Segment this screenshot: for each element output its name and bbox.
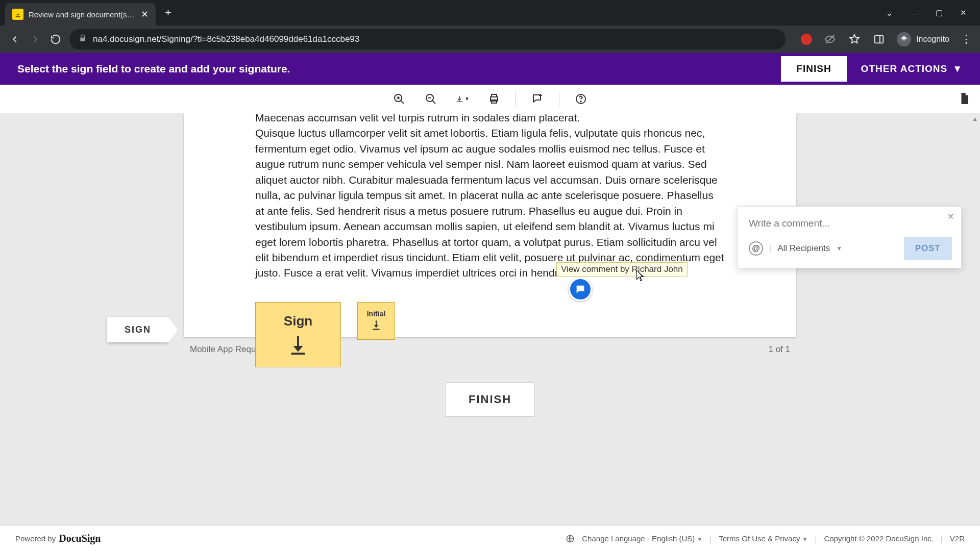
initial-field-label: Initial — [367, 310, 386, 318]
comment-tooltip: View comment by Richard John — [556, 262, 688, 277]
toolbar-separator — [516, 91, 516, 107]
finish-button-bottom[interactable]: FINISH — [446, 382, 534, 417]
recipients-selector[interactable]: @ | All Recipients ▼ — [749, 241, 842, 256]
svg-line-4 — [401, 101, 404, 104]
globe-icon — [566, 534, 575, 543]
incognito-eye-icon[interactable] — [823, 33, 837, 46]
powered-by-label: Powered by — [15, 534, 56, 543]
mouse-cursor-icon — [636, 269, 645, 283]
language-selector[interactable]: Change Language - English (US) ▼ — [582, 534, 702, 543]
maximize-icon[interactable]: ▢ — [936, 7, 943, 18]
download-caret-icon: ▼ — [464, 96, 470, 102]
reload-icon[interactable] — [49, 33, 62, 46]
document-page: Maecenas accumsan velit vel turpis rutru… — [184, 113, 796, 337]
svg-rect-18 — [373, 329, 380, 330]
incognito-badge[interactable]: Incognito — [897, 32, 949, 46]
new-tab-button[interactable]: + — [165, 6, 172, 19]
initial-arrow-icon — [370, 319, 383, 332]
chat-bubble-icon — [575, 284, 586, 295]
comment-input[interactable] — [749, 216, 952, 237]
svg-rect-1 — [875, 36, 884, 43]
paragraph: Maecenas accumsan velit vel turpis rutru… — [255, 113, 725, 126]
svg-rect-11 — [492, 94, 497, 97]
lock-icon — [79, 34, 87, 44]
document-panel-icon[interactable] — [959, 92, 970, 107]
comment-popover: ✕ @ | All Recipients ▼ POST — [737, 206, 962, 268]
version-text: V2R — [950, 534, 965, 543]
vertical-scrollbar[interactable]: ▲ — [970, 113, 980, 525]
tab-favicon — [12, 9, 23, 20]
comment-marker[interactable] — [569, 278, 592, 301]
chevron-down-icon: ▼ — [952, 63, 963, 74]
document-toolbar: ▼ — [0, 85, 980, 113]
incognito-label: Incognito — [916, 35, 949, 44]
browser-address-bar: na4.docusign.net/Signing/?ti=8c5b238eba4… — [0, 26, 980, 53]
other-actions-label: OTHER ACTIONS — [861, 63, 948, 74]
chevron-down-icon: ▼ — [697, 536, 702, 542]
print-icon[interactable] — [487, 92, 501, 106]
close-window-icon[interactable]: ✕ — [960, 7, 967, 18]
bookmark-star-icon[interactable] — [848, 33, 861, 46]
document-viewer[interactable]: Maecenas accumsan velit vel turpis rutru… — [0, 113, 980, 525]
browser-titlebar: Review and sign document(s) | D ✕ + ⌄ — … — [0, 0, 980, 26]
copyright-text: Copyright © 2022 DocuSign Inc. — [824, 534, 934, 543]
download-icon[interactable]: ▼ — [455, 92, 470, 106]
app-footer: Powered by DocuSign Change Language - En… — [0, 525, 980, 551]
minimize-icon[interactable]: — — [911, 7, 918, 18]
chevron-down-icon: ▼ — [802, 536, 808, 542]
sign-field-label: Sign — [284, 313, 312, 329]
mention-icon: @ — [749, 241, 763, 256]
forward-icon — [29, 33, 42, 46]
url-text: na4.docusign.net/Signing/?ti=8c5b238eba4… — [93, 34, 359, 44]
tab-close-icon[interactable]: ✕ — [141, 9, 149, 20]
svg-rect-17 — [291, 353, 305, 355]
toolbar-separator — [559, 91, 559, 107]
tab-search-icon[interactable]: ⌄ — [886, 7, 893, 18]
post-button[interactable]: POST — [904, 237, 952, 260]
sign-arrow-icon — [286, 333, 310, 357]
instruction-banner: Select the sign field to create and add … — [0, 53, 980, 85]
instruction-text: Select the sign field to create and add … — [17, 63, 290, 75]
sign-tab-label: SIGN — [125, 324, 151, 335]
recipients-label: All Recipients — [777, 243, 830, 254]
scroll-up-icon[interactable]: ▲ — [972, 113, 978, 124]
comment-tool-icon[interactable] — [530, 92, 545, 106]
terms-link[interactable]: Terms Of Use & Privacy ▼ — [719, 534, 807, 543]
initial-field[interactable]: Initial — [357, 302, 395, 340]
browser-tab[interactable]: Review and sign document(s) | D ✕ — [5, 3, 156, 26]
close-popover-icon[interactable]: ✕ — [947, 212, 954, 221]
paragraph: Quisque luctus ullamcorper velit sit ame… — [255, 126, 725, 281]
other-actions-menu[interactable]: OTHER ACTIONS ▼ — [861, 63, 963, 74]
browser-menu-icon[interactable]: ⋮ — [961, 33, 972, 46]
zoom-in-icon[interactable] — [392, 92, 406, 106]
finish-button[interactable]: FINISH — [781, 56, 846, 82]
svg-line-8 — [432, 101, 435, 104]
chevron-down-icon: ▼ — [836, 245, 842, 252]
back-icon[interactable] — [8, 33, 21, 46]
help-icon[interactable] — [574, 92, 588, 106]
side-panel-icon[interactable] — [872, 33, 886, 46]
docusign-logo: DocuSign — [59, 533, 101, 544]
window-controls: ⌄ — ▢ ✕ — [886, 7, 980, 18]
sign-here-tab[interactable]: SIGN — [107, 317, 168, 342]
url-bar[interactable]: na4.docusign.net/Signing/?ti=8c5b238eba4… — [69, 29, 786, 49]
zoom-out-icon[interactable] — [424, 92, 438, 106]
sign-field[interactable]: Sign — [255, 302, 341, 367]
extension-icon[interactable] — [801, 34, 812, 45]
tab-title: Review and sign document(s) | D — [29, 10, 136, 19]
svg-point-16 — [580, 101, 581, 102]
incognito-avatar-icon — [897, 32, 911, 46]
page-indicator: 1 of 1 — [768, 344, 790, 355]
